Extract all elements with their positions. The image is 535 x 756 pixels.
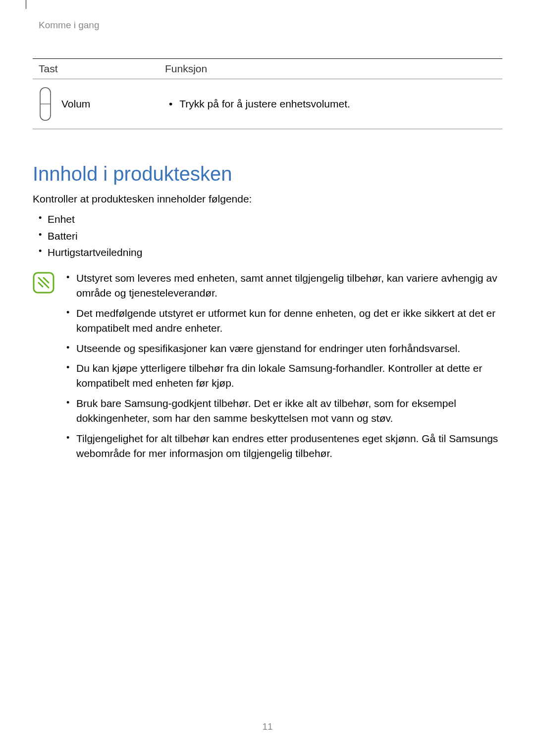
table-row: Volum Trykk på for å justere enhetsvolum… — [33, 79, 502, 129]
page-number: 11 — [0, 721, 535, 732]
list-item: Enhet — [48, 211, 502, 228]
note-list: Utstyret som leveres med enheten, samt a… — [65, 271, 502, 466]
key-function-text: Trykk på for å justere enhetsvolumet. — [169, 98, 496, 110]
list-item: Utstyret som leveres med enheten, samt a… — [76, 271, 502, 301]
list-item: Hurtigstartveiledning — [48, 244, 502, 261]
list-item: Bruk bare Samsung-godkjent tilbehør. Det… — [76, 396, 502, 426]
section-title: Innhold i produktesken — [33, 163, 502, 185]
table-header-key: Tast — [33, 59, 159, 79]
list-item: Utseende og spesifikasjoner kan være gje… — [76, 341, 502, 356]
page-header-section: Komme i gang — [33, 20, 502, 31]
note-block: Utstyret som leveres med enheten, samt a… — [33, 271, 502, 466]
list-item: Tilgjengelighet for alt tilbehør kan end… — [76, 431, 502, 461]
section-intro: Kontroller at produktesken inneholder fø… — [33, 193, 502, 205]
note-icon — [33, 272, 54, 294]
list-item: Batteri — [48, 228, 502, 245]
key-name-label: Volum — [61, 98, 90, 110]
list-item: Du kan kjøpe ytterligere tilbehør fra di… — [76, 361, 502, 391]
list-item: Det medfølgende utstyret er utformet kun… — [76, 306, 502, 336]
table-header-function: Funksjon — [159, 59, 502, 79]
key-function-table: Tast Funksjon Volum Trykk på — [33, 58, 502, 129]
contents-list: Enhet Batteri Hurtigstartveiledning — [33, 211, 502, 261]
volume-key-icon — [39, 86, 53, 122]
